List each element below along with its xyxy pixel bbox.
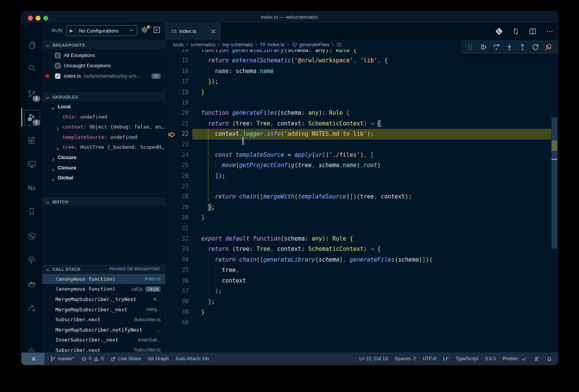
code-line-18[interactable]: 18} xyxy=(166,87,551,98)
scope-row[interactable]: Local xyxy=(42,102,165,112)
variables-section-header[interactable]: VARIABLES xyxy=(42,93,165,101)
checkbox[interactable] xyxy=(55,63,60,68)
code-line-34[interactable]: 34 return chain([generateLibrary(schema)… xyxy=(166,255,551,265)
prettier-item[interactable]: Prettier: xyxy=(499,353,530,365)
code-line-15[interactable]: 15 return externalSchematic('@nrwl/works… xyxy=(166,55,551,66)
continue-icon[interactable] xyxy=(479,43,488,51)
restart-icon[interactable] xyxy=(531,43,540,51)
chevron-down-icon[interactable] xyxy=(129,28,134,34)
call-stack-frame[interactable]: (anonymous function)call.js74:24 xyxy=(42,284,165,294)
git-branch-item[interactable]: master* xyxy=(47,353,78,365)
code-line-19[interactable]: 19 xyxy=(166,98,551,108)
code-line-27[interactable]: 27 xyxy=(166,181,551,192)
live-share-item[interactable]: Live Share xyxy=(107,353,145,365)
breakpoints-section-header[interactable]: BREAKPOINTS xyxy=(42,41,165,49)
code-line-35[interactable]: 35 tree, xyxy=(166,265,551,275)
extensions-icon[interactable] xyxy=(23,131,41,150)
step-out-icon[interactable] xyxy=(518,43,527,51)
tab-index-ts[interactable]: TS index.ts xyxy=(166,23,221,39)
step-into-icon[interactable] xyxy=(505,43,514,51)
launch-configuration-dropdown[interactable]: ▶ No Configurations xyxy=(66,25,137,36)
breadcrumb-item[interactable]: ›my-schematic xyxy=(216,42,253,47)
scope-row[interactable]: Global xyxy=(42,173,165,183)
configure-gear-button[interactable] xyxy=(140,26,150,35)
code-line-25[interactable]: 25 move(getProjectConfig(tree, schema.na… xyxy=(166,160,551,171)
live-share-icon[interactable] xyxy=(23,299,41,317)
variable-row[interactable]: context: Object {debug: false, en… xyxy=(42,122,165,132)
code-line-31[interactable]: 31 xyxy=(166,223,551,234)
nx-console-icon[interactable]: N≥ xyxy=(23,179,41,197)
code-line-22[interactable]: 22 context.logger.info('adding NOTES.md … xyxy=(166,129,551,139)
git-graph-item[interactable]: Git Graph xyxy=(145,353,172,365)
code-line-23[interactable]: 23 xyxy=(166,140,551,150)
breakpoint-row[interactable]: Uncaught Exceptions xyxy=(42,60,165,71)
checkbox[interactable] xyxy=(55,53,60,58)
breadcrumb-item[interactable]: ›generateFiles xyxy=(285,42,330,47)
code-line-36[interactable]: 36 context xyxy=(166,276,551,286)
call-stack-frame[interactable]: MergeMapSubscriber._tryNextm... xyxy=(42,294,165,304)
start-debug-icon[interactable]: ▶ xyxy=(70,28,73,33)
variable-row[interactable]: this: undefined xyxy=(42,112,165,122)
search-icon[interactable] xyxy=(23,59,41,77)
code-line-24[interactable]: 24 const templateSource = apply(url('./f… xyxy=(166,150,551,160)
bookmarks-icon[interactable] xyxy=(23,202,41,221)
split-editor-icon[interactable] xyxy=(529,27,537,36)
call-stack-frame[interactable]: Subscriber.nextSubscriber.ts xyxy=(42,314,165,325)
cursor-position-item[interactable]: Ln 22, Col 13 xyxy=(356,353,391,365)
breadcrumb-item[interactable]: ›TSindex.ts xyxy=(253,42,285,47)
line-number[interactable]: 19 xyxy=(166,98,189,108)
code-line-28[interactable]: 28 return chain([mergeWith(templateSourc… xyxy=(166,192,551,202)
line-number[interactable]: 27 xyxy=(166,181,189,192)
checkbox[interactable] xyxy=(55,73,60,79)
ts-version-item[interactable]: 3.8.3 xyxy=(481,353,499,365)
chevron-right-icon[interactable] xyxy=(51,176,55,186)
line-number[interactable]: 31 xyxy=(166,223,189,234)
compare-changes-icon[interactable] xyxy=(512,27,520,36)
feedback-item[interactable] xyxy=(530,353,543,365)
call-stack-frame[interactable]: MergeMapSubscriber._nextmerg... xyxy=(42,304,165,315)
auto-attach-item[interactable]: Auto Attach: On xyxy=(172,353,213,365)
git-history-icon[interactable] xyxy=(23,227,41,246)
line-number[interactable]: 40 xyxy=(166,317,189,328)
language-mode-item[interactable]: TypeScript xyxy=(452,353,481,365)
breakpoint-row[interactable]: index.tstools/schematics/my-sch…22 xyxy=(42,71,165,81)
debug-console-button[interactable] xyxy=(153,26,162,35)
encoding-item[interactable]: UTF-8 xyxy=(419,353,439,365)
code-line-39[interactable]: 39} xyxy=(166,307,551,317)
eol-item[interactable]: LF xyxy=(440,353,452,365)
scope-row[interactable]: Closure xyxy=(42,163,165,173)
variable-row[interactable]: tree: HostTree {_backend: ScopedH… xyxy=(42,142,165,153)
remote-explorer-icon[interactable] xyxy=(23,155,41,174)
docker-icon[interactable] xyxy=(23,275,41,293)
code-line-33[interactable]: 33 return (tree: Tree, context: Schemati… xyxy=(166,244,551,254)
close-tab-icon[interactable] xyxy=(210,28,216,34)
code-line-21[interactable]: 21 return (tree: Tree, context: Schemati… xyxy=(166,119,551,129)
code-line-29[interactable]: 29 }; xyxy=(166,202,551,213)
code-line-16[interactable]: 16 name: schema.name xyxy=(166,66,551,76)
code-editor[interactable]: 14function generateLibrary(schema: any):… xyxy=(166,45,551,328)
code-line-17[interactable]: 17 }); xyxy=(166,76,551,87)
code-line-20[interactable]: 20function generateFiles(schema: any): R… xyxy=(166,108,551,118)
call-stack-frame[interactable]: MergeMapSubscriber.notifyNext... xyxy=(42,325,165,335)
call-stack-frame[interactable]: (anonymous function)index.ts xyxy=(42,274,165,284)
code-line-37[interactable]: 37 ); xyxy=(166,286,551,296)
watch-section-header[interactable]: WATCH xyxy=(42,198,165,206)
indentation-item[interactable]: Spaces: 2 xyxy=(391,353,420,365)
run-debug-icon[interactable]: 1 xyxy=(23,108,41,127)
code-line-38[interactable]: 38 }; xyxy=(166,296,551,307)
more-actions-icon[interactable] xyxy=(545,27,554,36)
notifications-item[interactable] xyxy=(543,353,558,365)
breadcrumb-item[interactable]: tools xyxy=(173,42,184,47)
code-line-30[interactable]: 30} xyxy=(166,213,551,223)
explorer-icon[interactable] xyxy=(23,36,41,54)
scrollbar-slider[interactable] xyxy=(551,117,557,249)
variable-row[interactable]: templateSource: undefined xyxy=(42,132,165,143)
code-line-40[interactable]: 40 xyxy=(166,317,551,328)
disconnect-icon[interactable] xyxy=(544,43,553,51)
call-stack-section-header[interactable]: CALL STACK PAUSED ON BREAKPOINT xyxy=(42,265,165,273)
line-number[interactable]: 23 xyxy=(166,140,189,150)
editor-scrollbar[interactable] xyxy=(551,45,558,353)
remote-indicator[interactable] xyxy=(21,353,44,365)
test-tree-icon[interactable] xyxy=(23,251,41,269)
code-line-32[interactable]: 32export default function(schema: any): … xyxy=(166,234,551,244)
